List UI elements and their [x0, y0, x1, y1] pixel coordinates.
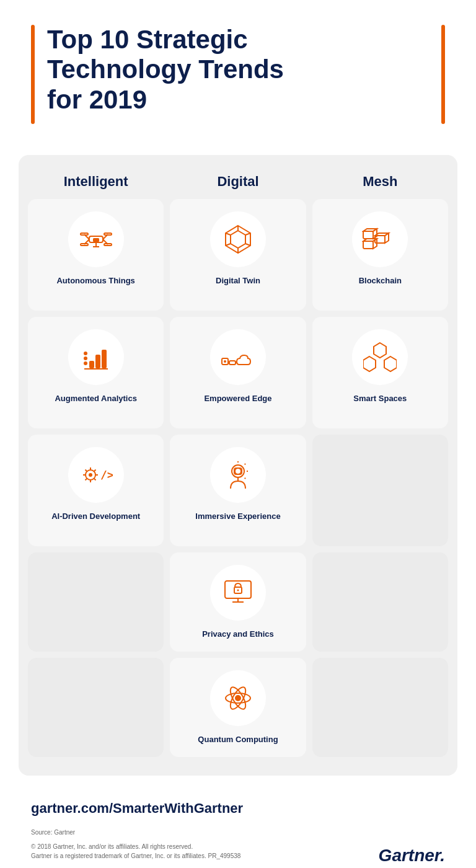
icon-circle-smart-spaces [352, 329, 408, 385]
grid-row-1: Autonomous Things Digital Twin [28, 199, 448, 311]
label-quantum: Quantum Computing [198, 735, 278, 745]
source-text: Source: Gartner [31, 828, 240, 837]
cell-empty-right-4 [312, 552, 448, 652]
svg-point-31 [84, 352, 87, 355]
icon-circle-analytics [68, 329, 124, 385]
svg-line-60 [245, 478, 245, 479]
svg-rect-9 [93, 238, 99, 242]
header-accent-left [31, 25, 35, 124]
svg-point-68 [235, 695, 241, 701]
cell-empowered-edge: Empowered Edge [170, 317, 306, 428]
col-header-mesh: Mesh [312, 167, 448, 193]
svg-rect-20 [363, 231, 373, 239]
svg-line-51 [94, 479, 95, 480]
cell-empty-3 [312, 435, 448, 546]
cell-ai-driven: /> AI-Driven Development [28, 435, 164, 546]
drone-icon [79, 228, 113, 250]
svg-line-50 [85, 470, 87, 472]
cell-quantum: Quantum Computing [170, 658, 306, 757]
svg-point-30 [84, 356, 87, 360]
immersive-icon [222, 459, 254, 491]
svg-line-18 [226, 244, 231, 246]
grid-row-3: /> AI-Driven Development [28, 435, 448, 546]
website-link: gartner.com/SmarterWithGartner [31, 800, 445, 817]
grid-row-4: Privacy and Ethics [28, 552, 448, 652]
svg-marker-43 [384, 356, 397, 371]
cell-autonomous-things: Autonomous Things [28, 199, 164, 311]
icon-circle-immersive [210, 447, 266, 503]
svg-marker-28 [373, 239, 377, 249]
svg-rect-32 [89, 361, 94, 368]
cell-smart-spaces: Smart Spaces [312, 317, 448, 428]
svg-marker-13 [231, 231, 245, 248]
label-autonomous-things: Autonomous Things [56, 276, 134, 286]
label-immersive: Immersive Experience [195, 512, 280, 522]
svg-rect-33 [95, 355, 100, 368]
svg-rect-38 [229, 361, 236, 365]
icon-circle-digital-twin [210, 211, 266, 267]
col-header-digital: Digital [170, 167, 306, 193]
header-text: Top 10 Strategic Technology Trends for 2… [47, 25, 429, 124]
svg-line-16 [245, 244, 250, 246]
cell-immersive: Immersive Experience [170, 435, 306, 546]
bottom-section: gartner.com/SmarterWithGartner Source: G… [0, 788, 476, 868]
label-empowered-edge: Empowered Edge [204, 394, 271, 404]
label-privacy: Privacy and Ethics [202, 629, 274, 640]
main-grid: Intelligent Digital Mesh [19, 155, 457, 776]
svg-rect-26 [363, 241, 373, 249]
svg-point-65 [237, 590, 239, 591]
icon-circle-quantum [210, 670, 266, 726]
header-accent-right [441, 25, 445, 124]
cell-privacy: Privacy and Ethics [170, 552, 306, 652]
header: Top 10 Strategic Technology Trends for 2… [0, 0, 476, 143]
icon-circle-blockchain [352, 211, 408, 267]
icon-circle-ai-dev: /> [68, 447, 124, 503]
copyright-text: © 2018 Gartner, Inc. and/or its affiliat… [31, 842, 240, 861]
blockchain-icon [362, 228, 398, 251]
label-blockchain: Blockchain [359, 276, 402, 286]
svg-point-29 [84, 361, 87, 365]
smart-spaces-icon [363, 340, 397, 374]
svg-text:/>: /> [100, 468, 113, 481]
page-title: Top 10 Strategic Technology Trends for 2… [47, 25, 429, 115]
cell-empty-right-5 [312, 658, 448, 757]
analytics-icon [79, 343, 113, 371]
label-augmented-analytics: Augmented Analytics [55, 394, 136, 404]
svg-marker-42 [363, 356, 376, 371]
label-digital-twin: Digital Twin [216, 276, 260, 286]
svg-line-58 [245, 464, 245, 464]
col-header-intelligent: Intelligent [28, 167, 164, 193]
ai-dev-icon: /> [79, 463, 113, 487]
icon-circle-edge [210, 329, 266, 385]
edge-icon [221, 345, 255, 370]
grid-row-2: Augmented Analytics Empowered Edge [28, 317, 448, 428]
svg-marker-41 [374, 343, 386, 358]
quantum-icon [221, 681, 255, 715]
svg-line-19 [226, 233, 231, 235]
label-ai-driven: AI-Driven Development [51, 512, 140, 522]
cell-augmented-analytics: Augmented Analytics [28, 317, 164, 428]
digital-twin-icon [222, 223, 254, 255]
svg-rect-34 [102, 350, 107, 368]
svg-line-15 [245, 233, 250, 235]
svg-point-56 [235, 468, 241, 474]
icon-circle-drone [68, 211, 124, 267]
svg-line-52 [94, 470, 95, 472]
icon-circle-privacy [210, 565, 266, 621]
privacy-icon [223, 578, 253, 607]
svg-marker-25 [385, 233, 389, 243]
svg-line-53 [85, 479, 87, 480]
cell-blockchain: Blockchain [312, 199, 448, 311]
grid-row-5: Quantum Computing [28, 658, 448, 757]
gartner-logo: Gartner. [379, 846, 445, 866]
svg-point-45 [89, 473, 92, 477]
svg-point-37 [224, 360, 226, 363]
cell-empty-left-5 [28, 658, 164, 757]
cell-digital-twin: Digital Twin [170, 199, 306, 311]
cell-empty-left-4 [28, 552, 164, 652]
column-headers: Intelligent Digital Mesh [28, 167, 448, 193]
footer-left: Source: Gartner © 2018 Gartner, Inc. and… [31, 828, 240, 866]
label-smart-spaces: Smart Spaces [353, 394, 407, 404]
footer-row: Source: Gartner © 2018 Gartner, Inc. and… [31, 828, 445, 866]
